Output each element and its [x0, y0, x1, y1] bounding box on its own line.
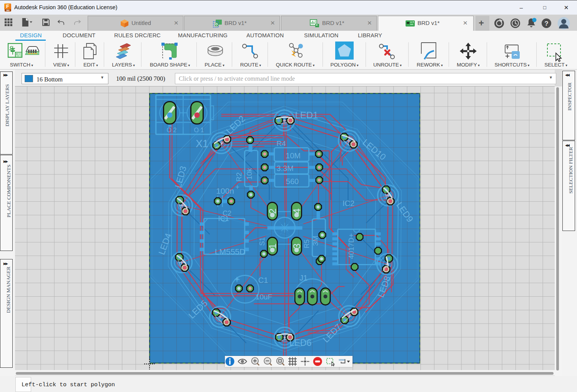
svg-text:IC1: IC1 — [218, 215, 229, 223]
svg-text:10k: 10k — [245, 168, 253, 180]
svg-text:+: + — [235, 275, 239, 283]
svg-text:2: 2 — [267, 208, 278, 214]
svg-text:O 2: O 2 — [167, 127, 177, 133]
svg-text:100n: 100n — [216, 186, 234, 195]
svg-text:+: + — [235, 183, 239, 191]
svg-text:C1: C1 — [258, 276, 268, 284]
svg-text:LED1: LED1 — [295, 110, 318, 120]
svg-text:S1: S1 — [258, 237, 266, 246]
svg-text:O 1: O 1 — [194, 127, 204, 133]
svg-text:J1: J1 — [299, 274, 308, 282]
svg-text:X1: X1 — [196, 138, 208, 149]
svg-text:10uF: 10uF — [256, 293, 272, 301]
svg-text:?: ? — [544, 20, 548, 27]
svg-text:1: 1 — [267, 243, 278, 249]
svg-text:3.3M: 3.3M — [276, 164, 293, 173]
svg-text:560: 560 — [286, 177, 299, 186]
svg-text:LED6: LED6 — [289, 338, 312, 348]
svg-text:R2: R2 — [235, 172, 243, 181]
svg-text:3M: 3M — [311, 236, 319, 246]
svg-text:4017D+: 4017D+ — [347, 233, 355, 259]
svg-text:3: 3 — [291, 243, 303, 249]
svg-text:R5: R5 — [303, 239, 311, 248]
svg-text:10M: 10M — [286, 151, 301, 160]
svg-text:4: 4 — [291, 208, 303, 214]
svg-text:IC2: IC2 — [343, 199, 354, 208]
svg-text:R4: R4 — [276, 140, 286, 148]
svg-text:LM555D: LM555D — [215, 247, 245, 256]
